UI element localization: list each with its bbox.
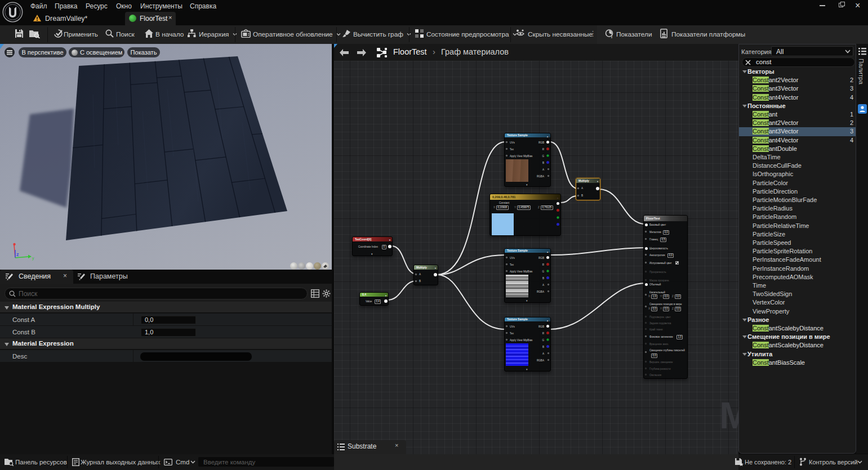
- svg-text:y: y: [32, 256, 34, 261]
- svg-text:i: i: [611, 35, 612, 39]
- svg-text:z: z: [16, 252, 19, 257]
